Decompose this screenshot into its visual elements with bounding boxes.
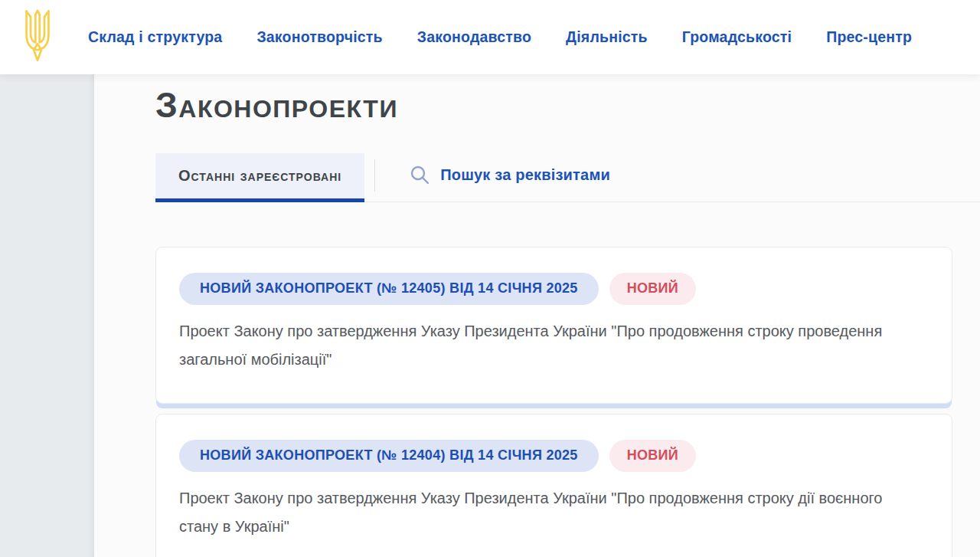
bill-title: Проект Закону про затвердження Указу Пре… [179, 484, 891, 541]
page-title: Законопроекти [155, 85, 980, 126]
nav-item-hromadskosti[interactable]: Громадськості [682, 28, 792, 46]
search-icon [410, 165, 430, 185]
bill-number-badge[interactable]: НОВИЙ ЗАКОНОПРОЕКТ (№ 12404) ВІД 14 СІЧН… [179, 440, 599, 472]
nav-item-zakonotvorchist[interactable]: Законотворчість [256, 28, 382, 46]
tab-search-label: Пошук за реквізитами [440, 166, 610, 184]
main-nav: Склад і структура Законотворчість Законо… [88, 28, 912, 46]
tab-latest-registered-label: Останні зареєстровані [178, 167, 341, 185]
rada-logo[interactable] [21, 9, 54, 66]
main-content: Законопроекти Останні зареєстровані Пошу… [94, 74, 980, 557]
bill-card-12405[interactable]: НОВИЙ ЗАКОНОПРОЕКТ (№ 12405) ВІД 14 СІЧН… [155, 247, 952, 404]
bill-title: Проект Закону про затвердження Указу Пре… [179, 317, 891, 374]
status-badge-new: НОВИЙ [609, 440, 696, 472]
tabs-bar: Останні зареєстровані Пошук за реквізита… [155, 153, 980, 202]
top-navbar: Склад і структура Законотворчість Законо… [0, 0, 980, 74]
badge-row: НОВИЙ ЗАКОНОПРОЕКТ (№ 12404) ВІД 14 СІЧН… [179, 440, 929, 472]
nav-item-zakonodavstvo[interactable]: Законодавство [417, 28, 531, 46]
tab-search-by-requisites[interactable]: Пошук за реквізитами [410, 153, 610, 202]
nav-item-pres-tsentr[interactable]: Прес-центр [826, 28, 912, 46]
tabs-divider [374, 159, 375, 192]
badge-row: НОВИЙ ЗАКОНОПРОЕКТ (№ 12405) ВІД 14 СІЧН… [179, 273, 929, 305]
bill-card-12404[interactable]: НОВИЙ ЗАКОНОПРОЕКТ (№ 12404) ВІД 14 СІЧН… [155, 414, 952, 557]
nav-item-sklad-i-struktura[interactable]: Склад і структура [88, 28, 222, 46]
nav-item-diyalnist[interactable]: Діяльність [566, 28, 648, 46]
left-sidebar [0, 74, 94, 557]
ukraine-trident-icon [21, 9, 54, 66]
bill-number-badge[interactable]: НОВИЙ ЗАКОНОПРОЕКТ (№ 12405) ВІД 14 СІЧН… [179, 273, 599, 305]
bills-list: НОВИЙ ЗАКОНОПРОЕКТ (№ 12405) ВІД 14 СІЧН… [155, 247, 980, 557]
status-badge-new: НОВИЙ [609, 273, 696, 305]
tab-latest-registered[interactable]: Останні зареєстровані [155, 153, 364, 202]
